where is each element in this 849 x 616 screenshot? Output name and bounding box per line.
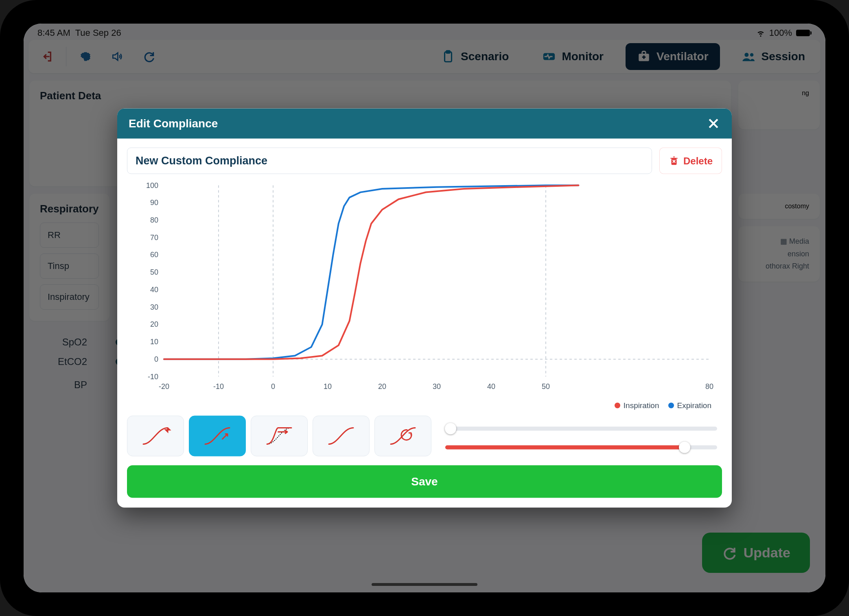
edit-compliance-modal: Edit Compliance Delete -1001020304050607… bbox=[117, 109, 732, 508]
preset-and-slider-row bbox=[127, 416, 722, 457]
svg-text:60: 60 bbox=[150, 251, 158, 259]
svg-text:-20: -20 bbox=[159, 382, 169, 391]
curve-preset-1[interactable] bbox=[189, 416, 246, 457]
ipad-inner: 8:45 AM Tue Sep 26 100% bbox=[12, 12, 837, 604]
svg-text:-10: -10 bbox=[148, 373, 158, 381]
svg-text:80: 80 bbox=[150, 216, 158, 224]
svg-text:40: 40 bbox=[487, 382, 495, 391]
svg-text:90: 90 bbox=[150, 199, 158, 207]
trash-icon bbox=[669, 155, 679, 166]
compliance-chart: -100102030405060708090100-20-10010203040… bbox=[127, 177, 722, 414]
curve-preset-2[interactable] bbox=[251, 416, 308, 457]
slider-1[interactable] bbox=[445, 426, 717, 432]
screen: 8:45 AM Tue Sep 26 100% bbox=[24, 24, 825, 592]
curve-preset-4[interactable] bbox=[374, 416, 431, 457]
svg-text:30: 30 bbox=[150, 303, 158, 311]
svg-text:40: 40 bbox=[150, 286, 158, 294]
save-button[interactable]: Save bbox=[127, 465, 722, 498]
delete-button[interactable]: Delete bbox=[659, 148, 722, 174]
legend-inspiration: Inspiration bbox=[615, 401, 659, 410]
delete-button-label: Delete bbox=[683, 155, 713, 166]
svg-text:20: 20 bbox=[378, 382, 386, 391]
svg-text:30: 30 bbox=[433, 382, 441, 391]
compliance-name-input[interactable] bbox=[127, 148, 652, 174]
curve-preset-0[interactable] bbox=[127, 416, 184, 457]
modal-header: Edit Compliance bbox=[117, 109, 732, 139]
svg-text:50: 50 bbox=[542, 382, 550, 391]
svg-text:70: 70 bbox=[150, 234, 158, 242]
svg-text:0: 0 bbox=[271, 382, 275, 391]
modal-title: Edit Compliance bbox=[129, 117, 218, 130]
svg-text:10: 10 bbox=[324, 382, 332, 391]
slider-2[interactable] bbox=[445, 444, 717, 451]
close-button[interactable] bbox=[707, 117, 720, 131]
svg-text:-10: -10 bbox=[213, 382, 224, 391]
curve-presets bbox=[127, 416, 431, 457]
svg-text:0: 0 bbox=[154, 355, 158, 363]
chart-legend: Inspiration Expiration bbox=[127, 399, 722, 414]
svg-text:10: 10 bbox=[150, 338, 158, 346]
curve-preset-3[interactable] bbox=[313, 416, 370, 457]
svg-text:50: 50 bbox=[150, 268, 158, 276]
svg-text:20: 20 bbox=[150, 320, 158, 328]
svg-text:80: 80 bbox=[705, 382, 713, 391]
ipad-frame: 8:45 AM Tue Sep 26 100% bbox=[0, 0, 849, 616]
svg-text:100: 100 bbox=[146, 181, 158, 190]
legend-expiration: Expiration bbox=[668, 401, 712, 410]
save-button-label: Save bbox=[411, 475, 438, 488]
